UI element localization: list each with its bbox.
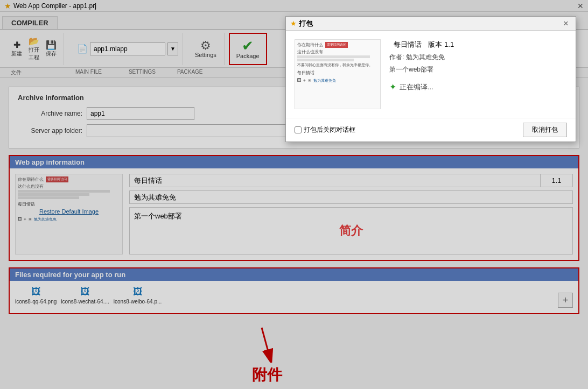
popup-dialog: ★ 打包 × 你在期待什么 需要联网访问 这什么也没有 不要问我心里面有没有你，… [285, 16, 576, 142]
compiling-text: 正在编译... [400, 82, 433, 92]
popup-app-info: 每日情话 版本 1.1 作者: 勉为其难免免 第一个web部署 ✦ 正在编译..… [389, 39, 567, 109]
popup-author-line: 作者: 勉为其难免免 [389, 53, 567, 62]
popup-icon2: ◈ [303, 78, 306, 83]
popup-preview-badge: 需要联网访问 [325, 42, 348, 48]
popup-preview-name: 每日情话 [297, 70, 378, 76]
popup-deploy-line: 第一个web部署 [389, 65, 567, 74]
close-after-checkbox[interactable] [295, 126, 302, 133]
popup-title-text: 打包 [299, 19, 313, 29]
popup-close-btn[interactable]: × [561, 18, 571, 29]
close-after-label: 打包后关闭对话框 [304, 125, 355, 135]
popup-preview: 你在期待什么 需要联网访问 这什么也没有 不要问我心里面有没有你，我余光中都是你… [295, 39, 381, 109]
popup-footer: 打包后关闭对话框 取消打包 [286, 118, 576, 142]
popup-icon1: 🔲 [297, 78, 301, 83]
popup-author-link: 勉为其难免免 [313, 78, 336, 83]
spinning-icon: ✦ [389, 82, 396, 92]
popup-preview-subtext: 不要问我心里面有没有你，我余光中都是你。 [297, 62, 378, 68]
popup-title-bar: ★ 打包 × [286, 17, 576, 31]
popup-preview-text2: 这什么也没有 [297, 49, 378, 55]
popup-mini-bottom: 🔲 ◈ ▣ 勉为其难免免 [297, 78, 378, 83]
cancel-package-button[interactable]: 取消打包 [523, 123, 567, 137]
popup-compiling: ✦ 正在编译... [389, 82, 567, 92]
popup-title-icon: ★ [290, 19, 297, 27]
popup-version: 版本 1.1 [428, 40, 454, 48]
popup-content: 你在期待什么 需要联网访问 这什么也没有 不要问我心里面有没有你，我余光中都是你… [286, 31, 576, 118]
main-window: ★ Web App Compiler - app1.prj ✕ COMPILER… [0, 0, 588, 389]
popup-icon3: ▣ [308, 78, 311, 83]
popup-app-title: 每日情话 版本 1.1 [389, 39, 567, 49]
popup-preview-text1: 你在期待什么 [297, 42, 323, 48]
popup-app-name: 每日情话 [394, 40, 422, 48]
close-after-checkbox-row: 打包后关闭对话框 [295, 125, 355, 135]
popup-mini-preview: 你在期待什么 需要联网访问 这什么也没有 不要问我心里面有没有你，我余光中都是你… [295, 40, 380, 109]
